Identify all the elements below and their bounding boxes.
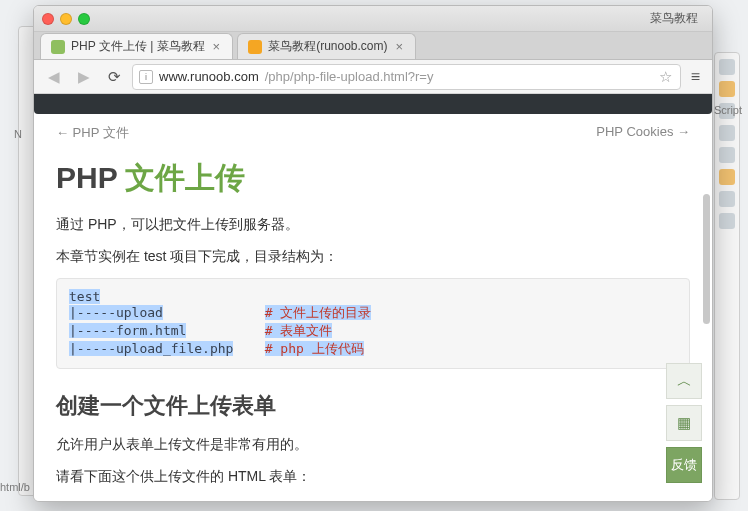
tab-label: PHP 文件上传 | 菜鸟教程 bbox=[71, 38, 205, 55]
tab-php-upload[interactable]: PHP 文件上传 | 菜鸟教程 × bbox=[40, 33, 233, 59]
tab-close-button[interactable]: × bbox=[394, 39, 406, 54]
xampp-favicon-icon bbox=[248, 40, 262, 54]
browser-window: 菜鸟教程 PHP 文件上传 | 菜鸟教程 × 菜鸟教程(runoob.com) … bbox=[33, 5, 713, 502]
qr-code-button[interactable]: ▦ bbox=[666, 405, 702, 441]
window-minimize-button[interactable] bbox=[60, 13, 72, 25]
scroll-top-button[interactable]: ︿ bbox=[666, 363, 702, 399]
bg-label: Script bbox=[714, 104, 742, 116]
tab-runoob-home[interactable]: 菜鸟教程(runoob.com) × bbox=[237, 33, 416, 59]
intro-paragraph: 通过 PHP，可以把文件上传到服务器。 bbox=[56, 213, 690, 235]
breadcrumb-nav: ← PHP 文件 PHP Cookies → bbox=[56, 124, 690, 142]
section-para-2: 请看下面这个供上传文件的 HTML 表单： bbox=[56, 465, 690, 487]
url-path: /php/php-file-upload.html?r=y bbox=[265, 69, 434, 84]
nav-reload-button[interactable]: ⟳ bbox=[102, 65, 126, 89]
window-close-button[interactable] bbox=[42, 13, 54, 25]
chevron-up-icon: ︿ bbox=[677, 372, 692, 391]
nav-back-button[interactable]: ◀ bbox=[42, 65, 66, 89]
next-article-link[interactable]: PHP Cookies → bbox=[596, 124, 690, 142]
url-input[interactable]: i www.runoob.com/php/php-file-upload.htm… bbox=[132, 64, 681, 90]
tab-close-button[interactable]: × bbox=[211, 39, 223, 54]
browser-menu-button[interactable]: ≡ bbox=[687, 68, 704, 86]
scrollbar-thumb[interactable] bbox=[703, 194, 710, 324]
window-titlebar: 菜鸟教程 bbox=[34, 6, 712, 32]
bg-label: N bbox=[14, 128, 22, 140]
qr-icon: ▦ bbox=[677, 414, 691, 432]
bookmark-star-icon[interactable]: ☆ bbox=[657, 68, 674, 86]
title-part-1: PHP bbox=[56, 161, 125, 194]
address-bar: ◀ ▶ ⟳ i www.runoob.com/php/php-file-uplo… bbox=[34, 60, 712, 94]
page-content: ← PHP 文件 PHP Cookies → PHP 文件上传 通过 PHP，可… bbox=[34, 94, 712, 501]
code-block[interactable]: test |-----upload # 文件上传的目录 |-----form.h… bbox=[56, 278, 690, 369]
prev-article-link[interactable]: ← PHP 文件 bbox=[56, 124, 129, 142]
structure-paragraph: 本章节实例在 test 项目下完成，目录结构为： bbox=[56, 245, 690, 267]
bg-label: html/b bbox=[0, 481, 30, 493]
nav-forward-button[interactable]: ▶ bbox=[72, 65, 96, 89]
title-part-2: 文件上传 bbox=[125, 161, 245, 194]
page-title: PHP 文件上传 bbox=[56, 158, 690, 199]
runoob-favicon-icon bbox=[51, 40, 65, 54]
url-host: www.runoob.com bbox=[159, 69, 259, 84]
tab-label: 菜鸟教程(runoob.com) bbox=[268, 38, 387, 55]
section-heading: 创建一个文件上传表单 bbox=[56, 391, 690, 421]
section-para-1: 允许用户从表单上传文件是非常有用的。 bbox=[56, 433, 690, 455]
window-title: 菜鸟教程 bbox=[650, 10, 698, 27]
page-info-icon[interactable]: i bbox=[139, 70, 153, 84]
window-zoom-button[interactable] bbox=[78, 13, 90, 25]
floating-actions: ︿ ▦ 反馈 bbox=[666, 363, 702, 483]
site-header-bar bbox=[34, 94, 712, 114]
feedback-button[interactable]: 反馈 bbox=[666, 447, 702, 483]
tab-strip: PHP 文件上传 | 菜鸟教程 × 菜鸟教程(runoob.com) × bbox=[34, 32, 712, 60]
